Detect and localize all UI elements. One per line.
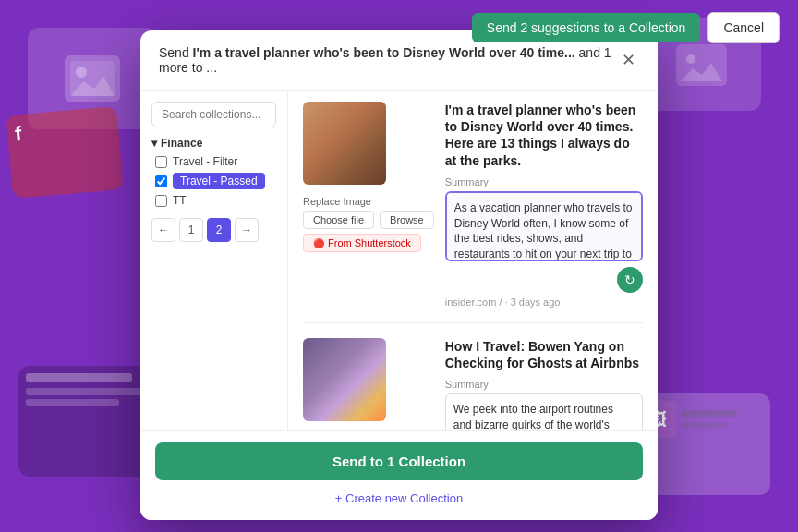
collection-group-finance: ▾ Finance — [151, 137, 276, 150]
group-label: Finance — [161, 137, 202, 150]
page-2-button[interactable]: 2 — [207, 218, 231, 242]
regenerate-button-1[interactable]: ↻ — [617, 267, 643, 293]
top-bar: Send 2 suggestions to a Collection Cance… — [0, 0, 798, 55]
send-suggestions-button[interactable]: Send 2 suggestions to a Collection — [472, 13, 701, 42]
replace-image-label-1: Replace Image — [303, 196, 434, 207]
travel-filter-label: Travel - Filter — [173, 155, 237, 168]
travel-passed-label: Travel - Passed — [173, 173, 265, 189]
article-1-image — [303, 102, 386, 185]
send-to-collection-button[interactable]: Send to 1 Collection — [155, 442, 643, 480]
article-2-summary-label: Summary — [445, 379, 643, 390]
page-next-button[interactable]: → — [235, 218, 259, 242]
shutterstock-icon: 🔴 — [313, 238, 324, 248]
article-1-meta: insider.com / · 3 days ago — [445, 296, 643, 308]
articles-content-area: Replace Image Choose file Browse 🔴 From … — [288, 91, 658, 430]
search-collections-input[interactable] — [151, 102, 276, 127]
collection-item-tt[interactable]: TT — [151, 194, 276, 207]
tt-checkbox[interactable] — [155, 195, 167, 207]
article-2-summary-textarea[interactable] — [445, 393, 643, 430]
collection-item-travel-passed[interactable]: Travel - Passed — [151, 173, 276, 189]
chevron-down-icon: ▾ — [151, 137, 157, 150]
tt-label: TT — [173, 194, 187, 207]
article-card-1: Replace Image Choose file Browse 🔴 From … — [303, 102, 643, 323]
article-1-content: I'm a travel planner who's been to Disne… — [445, 102, 643, 308]
article-1-thumbnail — [303, 102, 386, 185]
modal-footer: Send to 1 Collection + Create new Collec… — [140, 430, 658, 520]
travel-filter-checkbox[interactable] — [155, 156, 167, 168]
browse-button-1[interactable]: Browse — [380, 211, 434, 229]
page-1-button[interactable]: 1 — [179, 218, 203, 242]
cancel-button[interactable]: Cancel — [707, 12, 780, 43]
page-prev-button[interactable]: ← — [151, 218, 175, 242]
collections-sidebar: ▾ Finance Travel - Filter Travel - Passe… — [140, 91, 288, 430]
choose-file-button-1[interactable]: Choose file — [303, 211, 374, 229]
article-1-summary-label: Summary — [445, 176, 643, 187]
collection-item-travel-filter[interactable]: Travel - Filter — [151, 155, 276, 168]
article-2-content: How I Travel: Bowen Yang on Checking for… — [445, 338, 643, 430]
article-card-2: Replace Image Choose file Browse How I T… — [303, 338, 643, 430]
article-2-image — [303, 338, 386, 421]
modal: Send I'm a travel planner who's been to … — [140, 30, 658, 520]
pagination: ← 1 2 → — [151, 218, 276, 242]
modal-body: ▾ Finance Travel - Filter Travel - Passe… — [140, 91, 658, 430]
article-1-title: I'm a travel planner who's been to Disne… — [445, 102, 643, 169]
replace-image-btns-1: Choose file Browse — [303, 211, 434, 229]
article-2-title: How I Travel: Bowen Yang on Checking for… — [445, 338, 643, 371]
create-new-collection-button[interactable]: + Create new Collection — [155, 488, 643, 509]
article-1-summary-actions: ↻ — [445, 267, 643, 293]
article-1-replace-section: Replace Image Choose file Browse 🔴 From … — [303, 196, 434, 252]
shutterstock-button-1[interactable]: 🔴 From Shutterstock — [303, 234, 421, 252]
shutterstock-label-1: From Shutterstock — [328, 237, 411, 248]
modal-overlay: Send I'm a travel planner who's been to … — [0, 0, 798, 532]
travel-passed-checkbox[interactable] — [155, 175, 167, 187]
article-1-summary-textarea[interactable] — [445, 191, 643, 261]
article-2-thumbnail — [303, 338, 386, 421]
